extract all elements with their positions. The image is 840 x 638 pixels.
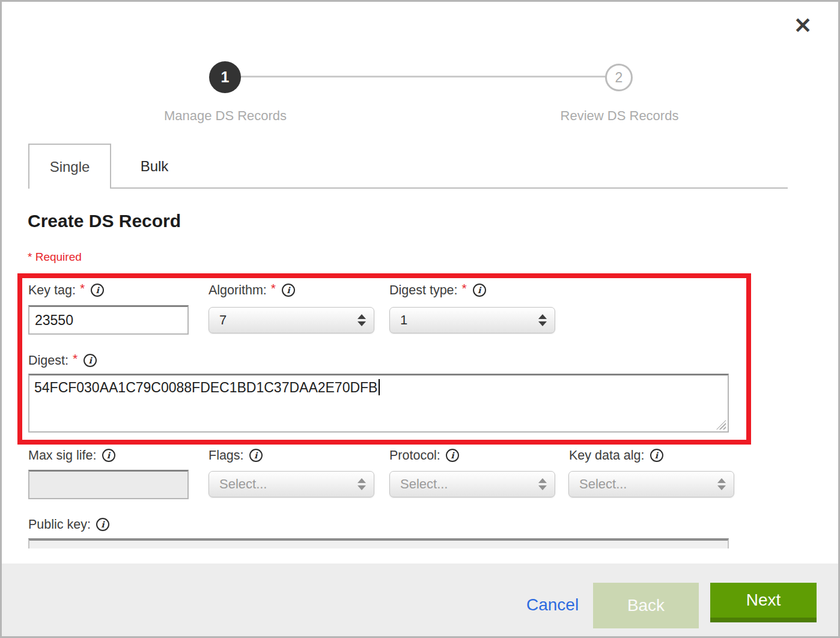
- max-sig-life-input[interactable]: [28, 470, 189, 499]
- required-asterisk: *: [73, 351, 78, 366]
- info-icon-glyph: i: [96, 286, 99, 294]
- info-icon[interactable]: i: [650, 449, 663, 462]
- algorithm-label: Algorithm: * i: [208, 282, 295, 299]
- tab-bulk[interactable]: Bulk: [111, 145, 198, 187]
- protocol-label-text: Protocol:: [389, 448, 440, 463]
- info-icon-glyph: i: [88, 356, 91, 365]
- create-ds-record-modal: ✕ 1 2 Manage DS Records Review DS Record…: [0, 0, 840, 638]
- select-arrows-icon: [358, 314, 366, 326]
- cancel-button[interactable]: Cancel: [526, 595, 579, 615]
- info-icon-glyph: i: [478, 286, 481, 294]
- info-icon-glyph: i: [101, 520, 104, 529]
- digest-textarea[interactable]: 54FCF030AA1C79C0088FDEC1BD1C37DAA2E70DFB: [28, 374, 729, 433]
- flags-select-value: Select...: [219, 476, 267, 492]
- flags-label-text: Flags:: [208, 448, 244, 463]
- step-1-label: Manage DS Records: [129, 108, 321, 124]
- protocol-select-value: Select...: [400, 476, 448, 492]
- info-icon[interactable]: i: [446, 449, 459, 462]
- max-sig-life-label-text: Max sig life:: [28, 448, 97, 463]
- info-icon[interactable]: i: [473, 284, 486, 297]
- flags-label: Flags: i: [208, 447, 263, 464]
- select-arrows-icon: [717, 478, 726, 490]
- tab-underline: [110, 187, 788, 189]
- info-icon[interactable]: i: [249, 449, 263, 462]
- digest-type-label-text: Digest type:: [389, 283, 458, 298]
- digest-type-select-value: 1: [400, 312, 407, 328]
- algorithm-select-value: 7: [219, 312, 227, 328]
- step-2-label: Review DS Records: [523, 108, 716, 124]
- digest-label: Digest: * i: [28, 352, 97, 369]
- tab-single[interactable]: Single: [28, 144, 111, 189]
- resize-handle[interactable]: [716, 420, 726, 430]
- key-data-alg-select[interactable]: Select...: [568, 471, 734, 497]
- digest-type-label: Digest type: * i: [389, 282, 486, 299]
- max-sig-life-label: Max sig life: i: [28, 447, 115, 464]
- required-asterisk: *: [462, 281, 467, 296]
- public-key-label: Public key: i: [28, 516, 109, 533]
- stepper-track: [224, 76, 619, 77]
- public-key-label-text: Public key:: [28, 517, 91, 532]
- protocol-select[interactable]: Select...: [389, 471, 555, 497]
- info-icon-glyph: i: [655, 451, 658, 460]
- text-caret: [379, 379, 380, 395]
- step-2-indicator: 2: [605, 64, 633, 91]
- info-icon-glyph: i: [107, 451, 110, 460]
- algorithm-select[interactable]: 7: [208, 307, 374, 333]
- required-asterisk: *: [80, 281, 85, 296]
- digest-type-select[interactable]: 1: [389, 307, 555, 333]
- key-tag-label-text: Key tag:: [28, 283, 76, 298]
- key-tag-input[interactable]: [28, 305, 189, 335]
- close-icon[interactable]: ✕: [794, 15, 812, 37]
- key-data-alg-label: Key data alg: i: [569, 447, 663, 464]
- key-data-alg-label-text: Key data alg:: [569, 448, 645, 463]
- key-tag-label: Key tag: * i: [28, 282, 104, 299]
- required-asterisk: *: [271, 281, 276, 296]
- info-icon-glyph: i: [287, 286, 290, 294]
- select-arrows-icon: [538, 478, 547, 490]
- info-icon[interactable]: i: [102, 449, 115, 462]
- info-icon-glyph: i: [451, 451, 454, 460]
- select-arrows-icon: [358, 478, 366, 490]
- digest-label-text: Digest:: [28, 353, 68, 368]
- flags-select[interactable]: Select...: [208, 471, 374, 497]
- key-data-alg-select-value: Select...: [579, 476, 627, 492]
- info-icon[interactable]: i: [84, 354, 97, 367]
- info-icon[interactable]: i: [96, 518, 109, 531]
- back-button[interactable]: Back: [593, 583, 699, 628]
- next-button[interactable]: Next: [710, 583, 817, 622]
- info-icon[interactable]: i: [282, 284, 295, 297]
- page-title: Create DS Record: [28, 211, 181, 231]
- required-note: * Required: [28, 251, 82, 264]
- info-icon[interactable]: i: [91, 284, 104, 297]
- digest-value: 54FCF030AA1C79C0088FDEC1BD1C37DAA2E70DFB: [34, 380, 377, 395]
- select-arrows-icon: [538, 314, 547, 326]
- info-icon-glyph: i: [254, 451, 257, 460]
- public-key-textarea[interactable]: [28, 538, 729, 548]
- step-1-indicator: 1: [209, 61, 241, 93]
- protocol-label: Protocol: i: [389, 447, 459, 464]
- algorithm-label-text: Algorithm:: [208, 283, 267, 298]
